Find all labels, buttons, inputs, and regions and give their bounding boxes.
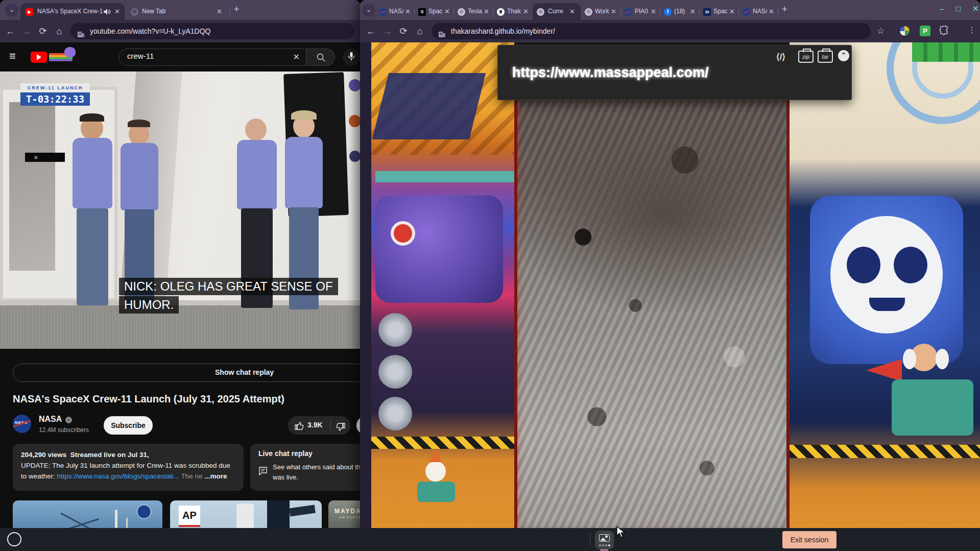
live-chat-line2: was live.: [273, 473, 298, 481]
anaglyph-red-border-right: [786, 100, 790, 528]
tab-close-icon[interactable]: ✕: [523, 8, 529, 15]
new-tab-button[interactable]: +: [234, 4, 240, 15]
tab-youtube[interactable]: ▶ NASA's SpaceX Crew-11 La ✕: [20, 3, 125, 20]
back-icon[interactable]: ←: [2, 20, 18, 42]
tab-close-icon[interactable]: ✕: [217, 8, 222, 15]
pixel-art-left: [360, 42, 514, 528]
pixel-art-right: [790, 42, 980, 528]
tab-tesla[interactable]: ☉ Tesla ✕: [455, 3, 492, 20]
like-icon[interactable]: [295, 421, 304, 432]
tab-close-icon[interactable]: ✕: [114, 8, 120, 15]
tab-pia0[interactable]: PIA0 ✕: [622, 3, 659, 20]
tab-nasa-1[interactable]: NASA ✕: [376, 3, 414, 20]
tab-close-icon[interactable]: ✕: [484, 8, 489, 15]
subscriber-count: 12.4M subscribers: [39, 426, 89, 434]
nasa-favicon: [743, 8, 750, 16]
live-chat-card[interactable]: Live chat replay See what others said ab…: [250, 444, 360, 491]
right-page-content: https://www.massappeal.com/ ⟨/⟩ zip tar …: [360, 42, 980, 528]
tab-search-chevron-icon[interactable]: ⌄: [362, 4, 375, 17]
show-chat-replay-button[interactable]: Show chat replay: [13, 364, 360, 382]
exit-session-button[interactable]: Exit session: [782, 531, 836, 548]
forward-icon[interactable]: →: [379, 20, 395, 42]
home-icon[interactable]: ⌂: [51, 20, 67, 42]
forward-icon[interactable]: →: [18, 20, 35, 42]
shelf-screenshot-tile[interactable]: [595, 531, 614, 549]
search-input[interactable]: [127, 52, 280, 60]
channel-name[interactable]: NASA: [39, 415, 62, 424]
extensions-puzzle-icon[interactable]: [939, 26, 949, 38]
mayday-subtitle: AIR DISASTER: [339, 516, 360, 519]
tab-facebook[interactable]: f (18) ✕: [661, 3, 699, 20]
url-text: youtube.com/watch?v=U-k_LyA1DQQ: [90, 23, 210, 39]
tab-thak-github[interactable]: ♕ Thak ✕: [494, 3, 532, 20]
wall-patch: [349, 151, 360, 162]
search-box[interactable]: ✕: [118, 49, 306, 66]
code-icon[interactable]: ⟨/⟩: [776, 52, 785, 62]
search-button[interactable]: [306, 49, 335, 66]
reload-icon[interactable]: ⟳: [395, 20, 412, 42]
speaker-icon[interactable]: [104, 9, 110, 16]
zip-download-icon[interactable]: zip: [798, 51, 814, 63]
tab-spac-2[interactable]: 35 Spac ✕: [700, 3, 738, 20]
close-window-icon[interactable]: ✕: [972, 4, 979, 13]
mic-button[interactable]: [343, 49, 360, 66]
url-bar[interactable]: thakarashard.github.io/mybinder/: [432, 23, 871, 39]
tab-close-icon[interactable]: ✕: [405, 8, 411, 15]
tab-close-icon[interactable]: ✕: [769, 8, 774, 15]
screenshot-tile-active-indicator: [600, 549, 608, 550]
channel-avatar[interactable]: NASA: [13, 415, 31, 433]
right-browser-window: ⌄ NASA ✕ S Spac ✕ ☉ Tesla ✕ ♕ Thak ✕ ☉ C…: [360, 0, 980, 551]
tab-nasa-2[interactable]: NASA ✕: [739, 3, 777, 20]
tab-work[interactable]: ☉ Work ✕: [582, 3, 619, 20]
fox35-favicon: 35: [703, 8, 711, 16]
url-bar[interactable]: youtube.com/watch?v=U-k_LyA1DQQ: [70, 23, 354, 39]
site-info-icon[interactable]: [77, 27, 85, 43]
like-dislike-pill: 3.9K: [288, 416, 350, 435]
new-tab-button[interactable]: +: [782, 4, 787, 15]
home-icon[interactable]: ⌂: [412, 20, 428, 42]
minimize-icon[interactable]: –: [940, 4, 944, 13]
tab-new-tab[interactable]: ☊ New Tab ✕: [127, 3, 228, 20]
caption-line-2: HUMOR.: [119, 296, 179, 314]
like-count: 3.9K: [307, 421, 323, 429]
show-chat-replay-label: Show chat replay: [215, 368, 274, 376]
extension-p-icon[interactable]: P: [920, 26, 930, 36]
extension-compass-icon[interactable]: [899, 26, 910, 36]
left-toolbar: ← → ⟳ ⌂ youtube.com/watch?v=U-k_LyA1DQQ: [0, 20, 360, 42]
description-link[interactable]: https://www.nasa.gov/blogs/spacestati...: [57, 472, 179, 480]
tab-spac-1[interactable]: S Spac ✕: [415, 3, 453, 20]
bookmark-star-icon[interactable]: ☆: [877, 26, 885, 36]
maximize-icon[interactable]: □: [956, 4, 961, 13]
overlay-url-text[interactable]: https://www.massappeal.com/: [512, 65, 709, 81]
tab-close-icon[interactable]: ✕: [569, 8, 575, 15]
site-info-icon[interactable]: [438, 27, 446, 43]
tab-close-icon[interactable]: ✕: [651, 8, 656, 15]
more-link[interactable]: ...more: [204, 472, 227, 480]
tab-close-icon[interactable]: ✕: [611, 8, 616, 15]
carpet: [0, 305, 360, 349]
youtube-page: ≡ ✕: [0, 42, 360, 551]
tab-search-chevron-icon[interactable]: ⌄: [5, 4, 18, 17]
live-chat-line1: See what others said about thi: [273, 463, 360, 471]
tab-close-icon[interactable]: ✕: [444, 8, 450, 15]
kebab-menu-icon[interactable]: ⋮: [968, 25, 976, 35]
tab-current-active[interactable]: ☉ Curre ✕: [533, 3, 581, 20]
clear-search-icon[interactable]: ✕: [293, 52, 300, 62]
dislike-icon[interactable]: [336, 421, 345, 432]
launcher-button[interactable]: [7, 532, 21, 546]
description-box[interactable]: 204,290 views Streamed live on Jul 31, U…: [13, 444, 244, 491]
video-player[interactable]: CREW-11 LAUNCH T-03:22:33 ≡ NICK: OLEG H…: [0, 71, 360, 349]
left-browser-window: ⌄ ▶ NASA's SpaceX Crew-11 La ✕ ☊ New Tab…: [0, 0, 360, 551]
collapse-chevron-icon[interactable]: ⌃: [838, 50, 849, 61]
reload-icon[interactable]: ⟳: [35, 20, 51, 42]
back-icon[interactable]: ←: [363, 20, 379, 42]
tab-close-icon[interactable]: ✕: [729, 8, 735, 15]
subscribe-button[interactable]: Subscribe: [104, 416, 153, 435]
tar-download-icon[interactable]: tar: [818, 51, 833, 63]
countdown-label: CREW-11 LAUNCH: [20, 83, 90, 92]
tab-close-icon[interactable]: ✕: [690, 8, 696, 15]
url-text: thakarashard.github.io/mybinder/: [451, 23, 555, 39]
youtube-logo[interactable]: [31, 52, 47, 63]
share-button-partial[interactable]: A: [356, 416, 360, 435]
menu-icon[interactable]: ≡: [9, 50, 16, 63]
